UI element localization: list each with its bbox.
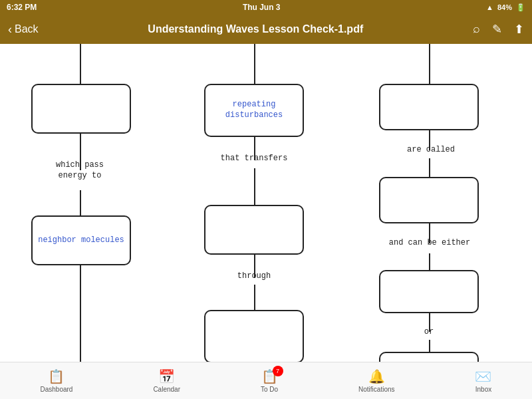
inbox-label: Inbox <box>475 386 491 393</box>
pencil-icon[interactable]: ✎ <box>492 22 502 37</box>
page-title: Understanding Waves Lesson Check-1.pdf <box>148 23 363 35</box>
vline-left-3 <box>80 265 81 362</box>
share-icon[interactable]: ⬆ <box>514 22 524 37</box>
label-neighbor: neighbor molecules <box>38 235 124 246</box>
wifi-icon: ▲ <box>486 3 493 11</box>
nav-icons: ⌕ ✎ ⬆ <box>473 22 524 37</box>
todo-badge: 7 <box>273 366 283 376</box>
content-area: which pass energy to neighbor molecules … <box>0 44 532 399</box>
back-label: Back <box>15 23 39 35</box>
box-right-1 <box>379 84 479 130</box>
inbox-icon: ✉️ <box>475 368 491 384</box>
vline-mid-4 <box>254 285 255 311</box>
vline-right-top <box>429 44 430 84</box>
label-repeating: repeating disturbances <box>211 100 297 120</box>
vline-mid-2 <box>254 168 255 205</box>
vline-right-4 <box>429 253 430 272</box>
box-left-1 <box>31 84 131 134</box>
calendar-icon: 📅 <box>158 368 175 384</box>
search-icon[interactable]: ⌕ <box>473 22 480 37</box>
box-neighbor: neighbor molecules <box>31 215 131 265</box>
box-right-2 <box>379 177 479 223</box>
dashboard-icon: 📋 <box>48 368 65 384</box>
calendar-label: Calendar <box>153 386 180 393</box>
vline-right-2 <box>429 158 430 178</box>
vline-mid-top <box>254 44 255 84</box>
label-and-can-be: and can be either <box>383 238 476 249</box>
todo-label: To Do <box>261 386 278 393</box>
label-which-pass: which pass energy to <box>47 160 113 181</box>
battery-label: 84% <box>497 3 512 11</box>
dashboard-label: Dashboard <box>40 386 72 393</box>
box-repeating: repeating disturbances <box>204 84 304 137</box>
battery-icon: 🔋 <box>516 3 525 12</box>
tab-bar: 📋 Dashboard 📅 Calendar 📋 7 To Do 🔔 Notif… <box>0 362 532 399</box>
tab-dashboard[interactable]: 📋 Dashboard <box>40 368 72 393</box>
back-button[interactable]: ‹ Back <box>8 23 39 37</box>
tab-calendar[interactable]: 📅 Calendar <box>153 368 180 393</box>
box-right-4 <box>379 352 479 362</box>
vline-left-2 <box>80 190 81 217</box>
label-or: or <box>419 327 439 338</box>
worksheet: which pass energy to neighbor molecules … <box>0 44 532 362</box>
box-mid-1 <box>204 205 304 255</box>
status-date: Thu Jun 3 <box>243 3 281 12</box>
tab-notifications[interactable]: 🔔 Notifications <box>358 368 394 393</box>
box-right-3 <box>379 270 479 313</box>
status-bar: 6:32 PM Thu Jun 3 ▲ 84% 🔋 <box>0 0 532 15</box>
status-time: 6:32 PM <box>7 3 37 12</box>
back-chevron-icon: ‹ <box>8 23 12 37</box>
notifications-label: Notifications <box>358 386 394 393</box>
todo-icon: 📋 7 <box>261 368 278 384</box>
label-are-called: are called <box>398 145 464 156</box>
nav-bar: ‹ Back Understanding Waves Lesson Check-… <box>0 15 532 44</box>
label-that-transfers: that transfers <box>214 154 294 164</box>
label-through: through <box>231 271 277 282</box>
tab-todo[interactable]: 📋 7 To Do <box>261 368 278 393</box>
vline-left-top <box>80 44 81 84</box>
notifications-icon: 🔔 <box>368 368 385 384</box>
box-mid-2 <box>204 310 304 362</box>
vline-right-6 <box>429 340 430 353</box>
tab-inbox[interactable]: ✉️ Inbox <box>475 368 491 393</box>
